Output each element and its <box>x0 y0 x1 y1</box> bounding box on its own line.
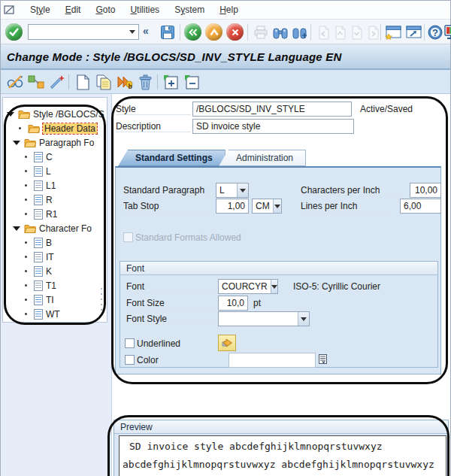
menu-style[interactable]: Style <box>23 2 58 17</box>
standard-paragraph-dropdown[interactable]: L <box>216 183 249 198</box>
tree-node-header-data[interactable]: Header Data <box>3 121 107 135</box>
value-list-icon[interactable] <box>319 354 327 364</box>
back-button[interactable] <box>184 23 201 41</box>
tab-stop-field[interactable]: 1,00 <box>216 199 249 214</box>
font-dropdown[interactable]: COURCYR <box>218 279 278 294</box>
lines-per-inch-label: Lines per Inch <box>301 201 391 212</box>
save-button[interactable] <box>159 23 177 41</box>
find-next-button[interactable] <box>291 23 309 41</box>
tree-node-label[interactable]: Style /BGLOCS/S <box>33 109 104 120</box>
assign-style-button[interactable] <box>26 73 45 91</box>
tree-node-label[interactable]: R <box>46 195 53 205</box>
tab-administration[interactable]: Administration <box>219 150 306 166</box>
chevron-down-icon[interactable] <box>273 199 281 213</box>
tree-node-character-wt[interactable]: WT <box>3 307 107 321</box>
hide-command-field-button[interactable]: « <box>143 25 149 37</box>
collapse-arrow-icon[interactable] <box>13 141 20 145</box>
menu-help[interactable]: Help <box>212 2 246 17</box>
display-change-button[interactable] <box>5 73 24 91</box>
tree-node-label[interactable]: WT <box>46 309 60 320</box>
tree-node-label[interactable]: TI <box>46 295 54 305</box>
tree-node-label[interactable]: Paragraph Fo <box>39 138 94 148</box>
tree-node-label-selected[interactable]: Header Data <box>43 123 97 134</box>
tree-node-label[interactable]: K <box>46 266 52 277</box>
tree-node-paragraph-c[interactable]: C <box>3 150 107 164</box>
next-page-button[interactable] <box>347 23 365 41</box>
expand-all-button[interactable] <box>162 73 180 91</box>
chevron-down-icon[interactable] <box>298 312 309 326</box>
tree-node-paragraph-r[interactable]: R <box>3 193 107 207</box>
tree-node-character-t1[interactable]: T1 <box>3 278 107 293</box>
tree-node-character-ti[interactable]: TI <box>3 293 107 307</box>
tree-node-character-formats[interactable]: Character Fo <box>3 221 107 235</box>
copy-node-button[interactable] <box>94 73 113 91</box>
delete-button[interactable] <box>136 73 155 91</box>
tab-standard-settings[interactable]: Standard Settings <box>118 150 226 166</box>
create-node-button[interactable] <box>73 73 92 91</box>
color-field[interactable] <box>229 353 316 368</box>
chevron-down-icon[interactable] <box>237 183 248 197</box>
command-dropdown-button[interactable] <box>126 25 138 39</box>
tree-node-label[interactable]: T1 <box>46 280 56 291</box>
font-size-field[interactable]: 10,0 <box>218 296 248 311</box>
tree-node-label[interactable]: R1 <box>46 209 57 220</box>
content-area: Style /BGLOCS/S Header Data Paragraph Fo… <box>1 94 450 476</box>
command-input[interactable] <box>29 27 126 38</box>
tree-node-label[interactable]: Character Fo <box>39 223 92 234</box>
lines-per-inch-field[interactable]: 6,00 <box>400 199 441 214</box>
application-toolbar: b <box>1 70 450 94</box>
tree-node-paragraph-l1[interactable]: L1 <box>3 178 107 193</box>
customize-layout-button[interactable] <box>444 23 451 41</box>
tree-node-character-k[interactable]: K <box>3 264 107 278</box>
tree-node-label[interactable]: B <box>46 238 52 248</box>
tree-node-label[interactable]: IT <box>46 252 54 262</box>
command-field[interactable] <box>28 24 139 40</box>
tree-node-character-it[interactable]: IT <box>3 250 107 264</box>
font-style-dropdown[interactable] <box>218 311 310 326</box>
tab-stop-unit-dropdown[interactable]: CM <box>252 199 282 214</box>
system-menu-icon[interactable] <box>4 5 15 15</box>
exit-button[interactable] <box>205 23 222 41</box>
style-field[interactable]: /BGLOCS/SD_INV_STYLE <box>192 102 352 117</box>
standard-formats-checkbox[interactable] <box>123 232 133 242</box>
menu-system[interactable]: System <box>167 2 212 17</box>
collapse-arrow-icon[interactable] <box>13 226 20 231</box>
cancel-button[interactable] <box>226 23 244 41</box>
collapse-all-button[interactable] <box>183 73 201 91</box>
tree-node-label[interactable]: L1 <box>46 180 56 191</box>
standard-settings-panel: Standard Paragraph L Characters per Inch… <box>115 166 441 374</box>
menu-goto[interactable]: Goto <box>88 2 123 17</box>
tree-node-paragraph-formats[interactable]: Paragraph Fo <box>3 135 107 150</box>
tree-node-paragraph-l[interactable]: L <box>3 164 107 178</box>
previous-page-button[interactable] <box>331 23 349 41</box>
tree-node-root[interactable]: Style /BGLOCS/S <box>3 107 107 121</box>
underlined-checkbox[interactable] <box>125 338 135 348</box>
menu-utilities[interactable]: Utilities <box>123 2 167 17</box>
chars-per-inch-field[interactable]: 10,00 <box>410 183 441 198</box>
convert-style-button[interactable]: b <box>115 73 134 91</box>
menu-edit[interactable]: Edit <box>58 2 89 17</box>
tree-node-character-b[interactable]: B <box>3 235 107 250</box>
tree-node-label[interactable]: C <box>46 152 53 162</box>
chars-per-inch-label: Characters per Inch <box>301 185 402 196</box>
tree-node-label[interactable]: L <box>46 166 51 177</box>
enter-button[interactable] <box>5 23 23 41</box>
font-size-label: Font Size <box>126 298 215 309</box>
splitter-handle[interactable] <box>101 288 104 311</box>
help-button[interactable]: ? <box>426 23 444 41</box>
new-session-button[interactable] <box>384 23 402 41</box>
find-icon <box>273 26 288 39</box>
description-field[interactable]: SD invoice style <box>192 119 354 134</box>
activate-button[interactable] <box>47 73 66 91</box>
style-tree: Style /BGLOCS/S Header Data Paragraph Fo… <box>2 97 107 323</box>
print-button[interactable] <box>252 23 270 41</box>
find-button[interactable] <box>271 23 289 41</box>
first-page-button[interactable] <box>314 23 332 41</box>
create-shortcut-button[interactable] <box>404 23 422 41</box>
chevron-down-icon[interactable] <box>271 280 277 293</box>
color-checkbox[interactable] <box>125 355 135 365</box>
underline-settings-button[interactable] <box>218 335 236 351</box>
last-page-button[interactable] <box>364 23 382 41</box>
tree-node-paragraph-r1[interactable]: R1 <box>3 207 107 221</box>
collapse-arrow-icon[interactable] <box>7 112 14 117</box>
